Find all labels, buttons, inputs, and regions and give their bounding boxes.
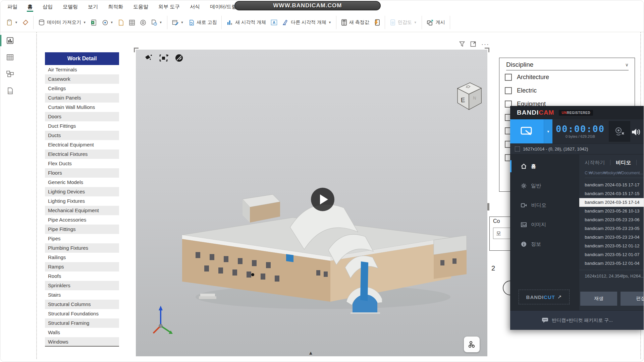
edit-file-button[interactable]: 편집 <box>621 292 644 306</box>
navigation-cube[interactable]: E N <box>450 78 484 114</box>
menu-item[interactable]: 도움말 <box>128 0 153 13</box>
work-detail-item[interactable]: Railings <box>45 253 119 262</box>
bandicam-file-row[interactable]: bandicam 2024-03-15 17-15 <box>579 189 644 198</box>
axis-gizmo[interactable] <box>151 304 173 339</box>
work-detail-item[interactable]: Pipe Accessories <box>45 215 119 225</box>
menu-item[interactable]: 홈 <box>22 0 38 13</box>
refresh-button[interactable]: 새로 고침 <box>186 17 219 28</box>
work-detail-item[interactable]: Ramps <box>45 262 119 272</box>
dax-query-view-button[interactable]: DAX <box>0 82 20 99</box>
bandicut-button[interactable]: BANDICUT ↗ <box>519 290 570 304</box>
transform-data-button[interactable]: ▼ <box>170 17 186 28</box>
work-detail-item[interactable]: Curtain Wall Mullions <box>45 103 119 112</box>
menu-item[interactable]: 최적화 <box>103 0 128 13</box>
bandicam-footer[interactable]: 반디캠+반디컷 패키지로 구... <box>510 310 644 330</box>
work-detail-item[interactable]: Electrical Fixtures <box>45 149 119 159</box>
work-detail-item[interactable]: Lighting Fixtures <box>45 196 119 206</box>
bandicam-file-row[interactable]: bandicam 2023-05-12 01-07 <box>579 250 644 259</box>
work-detail-item[interactable]: Structural Framing <box>45 318 119 328</box>
work-detail-item[interactable]: Structural Columns <box>45 300 119 309</box>
work-detail-item[interactable]: Ceilings <box>45 84 119 93</box>
work-detail-item[interactable]: Generic Models <box>45 178 119 187</box>
format-painter-button[interactable] <box>20 17 31 27</box>
work-detail-item[interactable]: Duct Fittings <box>45 121 119 131</box>
focus-mode-icon[interactable] <box>470 41 476 47</box>
sensitivity-button[interactable]: 민감도 ▼ <box>387 17 419 28</box>
work-detail-item[interactable]: Pipe Fittings <box>45 225 119 234</box>
collapse-arrow[interactable]: ▲ <box>308 350 313 356</box>
bandicam-titlebar[interactable]: BANDICAM UNREGISTERED <box>510 106 644 119</box>
new-measure-button[interactable]: 새 측정값 <box>339 17 372 28</box>
nav-general[interactable]: 일반 <box>510 178 579 193</box>
work-detail-item[interactable]: Ducts <box>45 131 119 140</box>
bandicam-file-row[interactable]: bandicam 2023-05-12 01-12 <box>579 242 644 250</box>
capture-region-row[interactable]: 1627x1014 - (0, 28), (1627, 1042) <box>510 143 644 155</box>
bandicam-file-row[interactable]: bandicam 2023-05-12 01-04 <box>579 259 644 268</box>
bandicam-file-row[interactable]: bandicam 2023-05-23 23-04 <box>579 233 644 242</box>
menu-item[interactable]: 서식 <box>185 0 205 13</box>
tab-video[interactable]: 비디오 <box>616 160 631 166</box>
menu-item[interactable]: 파일 <box>2 0 22 13</box>
work-detail-item[interactable]: Air Terminals <box>45 65 119 74</box>
work-detail-item[interactable]: Structural Foundations <box>45 309 119 318</box>
play-file-button[interactable]: 재생 <box>580 292 617 306</box>
report-view-button[interactable] <box>0 32 20 49</box>
bandicam-file-row[interactable]: bandicam 2023-05-23 23-05 <box>579 224 644 233</box>
work-detail-item[interactable]: Flex Ducts <box>45 159 119 168</box>
menu-item[interactable]: 삽입 <box>38 0 58 13</box>
model-view-button[interactable] <box>0 66 20 82</box>
enter-data-button[interactable] <box>116 17 126 28</box>
work-detail-item[interactable]: Stairs <box>45 290 119 300</box>
select-cube-icon[interactable] <box>159 54 169 63</box>
building-3d-model[interactable] <box>172 149 467 314</box>
work-detail-item[interactable]: Electrical Equipment <box>45 140 119 149</box>
work-detail-item[interactable]: Roofs <box>45 272 119 281</box>
checkbox-unchecked-icon[interactable] <box>505 87 512 94</box>
paint-tool-icon[interactable] <box>144 54 153 63</box>
quick-measure-button[interactable] <box>372 17 382 28</box>
get-data-button[interactable]: 데이터 가져오기 ▼ <box>36 17 89 28</box>
recent-file-button[interactable]: ▼ <box>149 17 165 28</box>
table-view-button[interactable] <box>0 49 20 66</box>
record-area-button[interactable] <box>510 119 544 143</box>
nav-home[interactable]: 홈 <box>510 159 579 174</box>
discipline-option[interactable]: Architecture <box>499 70 635 84</box>
bandicam-window[interactable]: BANDICAM UNREGISTERED ▼ 00:00:00 0 bytes… <box>510 106 644 330</box>
nav-info[interactable]: 정보 <box>510 236 579 252</box>
region-checkbox-icon[interactable] <box>515 146 520 152</box>
text-box-button[interactable]: A <box>268 17 280 27</box>
more-options-icon[interactable]: ··· <box>481 43 489 46</box>
work-detail-item[interactable]: Windows <box>45 337 119 347</box>
menu-item[interactable]: 외부 도구 <box>153 0 185 13</box>
output-folder-path[interactable]: C:₩Users₩bokyo₩Document... <box>585 171 644 178</box>
paste-button[interactable]: ▼ <box>4 17 20 28</box>
selection-handle-right[interactable] <box>487 203 489 210</box>
work-detail-item[interactable]: Walls <box>45 328 119 337</box>
work-detail-item[interactable]: Lighting Devices <box>45 187 119 196</box>
bandicam-file-row[interactable]: bandicam 2023-05-23 23-06 <box>579 216 644 224</box>
discipline-option[interactable]: Electric <box>499 84 635 97</box>
nav-video[interactable]: 비디오 <box>510 197 579 213</box>
publish-button[interactable]: 게시 <box>424 17 447 28</box>
recent-sources-button[interactable] <box>138 17 149 28</box>
data-hub-button[interactable]: ▼ <box>100 17 116 28</box>
work-detail-item[interactable]: Pipes <box>45 234 119 243</box>
filter-icon[interactable] <box>459 41 465 47</box>
bandicam-file-row[interactable]: bandicam 2024-03-15 17-17 <box>579 181 644 189</box>
nav-image[interactable]: 이미지 <box>510 217 579 232</box>
chevron-down-icon[interactable]: ∨ <box>625 62 629 67</box>
video-play-button[interactable] <box>311 188 334 211</box>
checkbox-unchecked-icon[interactable] <box>505 74 512 81</box>
work-detail-item[interactable]: Casework <box>45 74 119 84</box>
dataverse-button[interactable] <box>126 17 138 28</box>
new-visual-button[interactable]: 새 시각적 개체 <box>224 17 268 28</box>
record-mode-dropdown[interactable]: ▼ <box>544 119 552 143</box>
work-detail-item[interactable]: Mechanical Equipment <box>45 206 119 215</box>
excel-workbook-button[interactable]: X <box>89 17 100 28</box>
menu-item[interactable]: 보기 <box>83 0 103 13</box>
3d-model-visual[interactable]: E N <box>136 50 487 356</box>
menu-item[interactable]: 모델링 <box>58 0 83 13</box>
bandicam-file-row[interactable]: bandicam 2024-03-15 17-14 <box>579 198 644 207</box>
isolate-tool-icon[interactable] <box>175 54 184 63</box>
bandicam-file-row[interactable]: bandicam 2023-05-26 10-13 <box>579 207 644 216</box>
